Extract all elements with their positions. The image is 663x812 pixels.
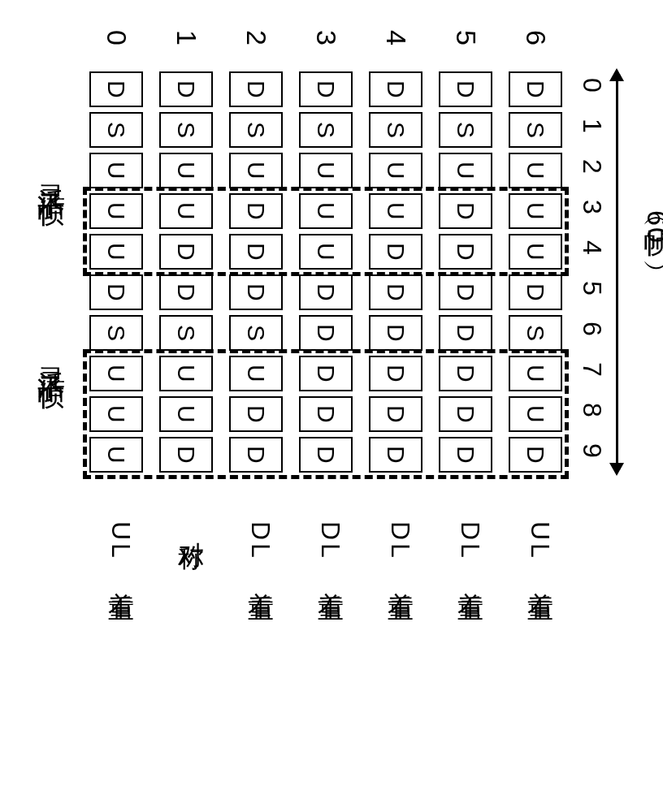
cell: D <box>439 315 492 351</box>
cell: D <box>369 234 422 270</box>
cell: D <box>439 71 492 107</box>
cell: U <box>229 356 283 391</box>
subframe-index: 4 <box>577 240 607 255</box>
cell: D <box>369 396 422 432</box>
cell: D <box>439 396 492 432</box>
cell: D <box>229 193 283 229</box>
cell: U <box>89 193 143 229</box>
cell: U <box>89 153 143 188</box>
cell: D <box>229 234 283 270</box>
config-label: UL 着重 <box>103 521 139 577</box>
cell: S <box>299 112 353 148</box>
subframe-index: 1 <box>577 119 607 133</box>
subframe-index: 0 <box>577 78 607 93</box>
cell: D <box>89 274 143 310</box>
subframe-index: 7 <box>577 362 607 377</box>
cell: D <box>439 274 492 310</box>
cell: D <box>89 71 143 107</box>
subframe-index: 3 <box>577 200 607 214</box>
cell: S <box>89 112 143 148</box>
cell: D <box>299 437 353 473</box>
cell: D <box>299 356 353 391</box>
cell: U <box>509 396 562 432</box>
config-index: 6 <box>522 23 552 52</box>
cell: D <box>439 356 492 391</box>
config-label: UL 着重 <box>522 521 558 577</box>
cell: S <box>159 315 213 351</box>
config-index: 4 <box>383 23 412 52</box>
config-index: 1 <box>173 23 202 52</box>
cell: U <box>89 234 143 270</box>
config-label: DL 着重 <box>453 521 488 577</box>
config-index: 3 <box>313 23 342 52</box>
cell: S <box>229 315 283 351</box>
cell: U <box>159 153 213 188</box>
subframe-index: 9 <box>577 443 607 458</box>
cell: U <box>509 356 562 391</box>
cell: D <box>159 274 213 310</box>
config-index: 5 <box>453 23 482 52</box>
subframe-index: 5 <box>577 281 607 296</box>
config-index: 2 <box>243 23 272 52</box>
cell: U <box>509 234 562 270</box>
cell: D <box>369 274 422 310</box>
cell: U <box>369 193 422 229</box>
axis-arrow-top <box>609 68 624 81</box>
cell: S <box>369 112 422 148</box>
axis-line <box>616 76 618 468</box>
cell: U <box>229 153 283 188</box>
cell: S <box>439 112 492 148</box>
section-label-right: 灵活子帧 <box>32 345 70 365</box>
subframe-index: 6 <box>577 322 607 336</box>
cell: D <box>509 274 562 310</box>
cell: S <box>229 112 283 148</box>
axis-arrow-bottom <box>609 463 624 476</box>
cell: D <box>369 356 422 391</box>
cell: D <box>439 234 492 270</box>
cell: D <box>299 274 353 310</box>
cell: U <box>509 153 562 188</box>
subframe-index: 2 <box>577 159 607 174</box>
cell: S <box>509 112 562 148</box>
section-label-left: 灵活子帧 <box>32 162 70 182</box>
cell: U <box>369 153 422 188</box>
config-label: DL 着重 <box>313 521 349 577</box>
cell: U <box>299 193 353 229</box>
cell: D <box>229 437 283 473</box>
cell: D <box>159 234 213 270</box>
cell: D <box>229 396 283 432</box>
cell: U <box>89 356 143 391</box>
cell: U <box>299 153 353 188</box>
cell: U <box>439 153 492 188</box>
cell: D <box>299 71 353 107</box>
cell: D <box>229 71 283 107</box>
cell: S <box>509 315 562 351</box>
cell: D <box>159 71 213 107</box>
diagram-root: { "sectionLabels": { "left": "灵活子帧", "ri… <box>0 0 663 812</box>
cell: U <box>509 193 562 229</box>
cell: U <box>159 356 213 391</box>
cell: D <box>229 274 283 310</box>
cell: D <box>439 437 492 473</box>
axis-label: 帧（60） <box>639 207 663 246</box>
cell: D <box>369 315 422 351</box>
config-label: DL 着重 <box>243 521 279 577</box>
cell: D <box>369 437 422 473</box>
config-label: DL 着重 <box>383 521 418 577</box>
cell: D <box>159 437 213 473</box>
cell: D <box>299 396 353 432</box>
cell: D <box>439 193 492 229</box>
cell: S <box>159 112 213 148</box>
cell: D <box>299 315 353 351</box>
config-index: 0 <box>103 23 132 52</box>
cell: U <box>159 193 213 229</box>
cell: U <box>89 396 143 432</box>
cell: U <box>159 396 213 432</box>
subframe-index: 8 <box>577 403 607 417</box>
cell: D <box>369 71 422 107</box>
config-label: 对称 <box>173 521 209 528</box>
cell: S <box>89 315 143 351</box>
cell: U <box>89 437 143 473</box>
cell: U <box>299 234 353 270</box>
cell: D <box>509 71 562 107</box>
